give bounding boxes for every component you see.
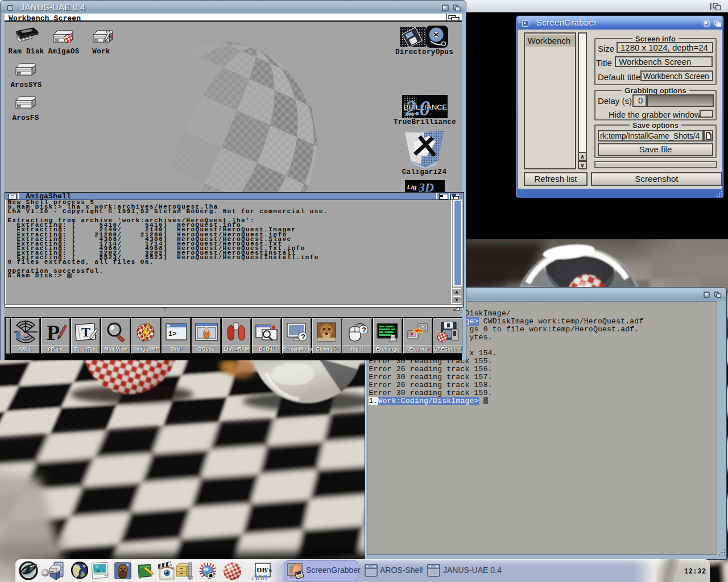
svg-text:Ann: Ann — [251, 571, 267, 581]
